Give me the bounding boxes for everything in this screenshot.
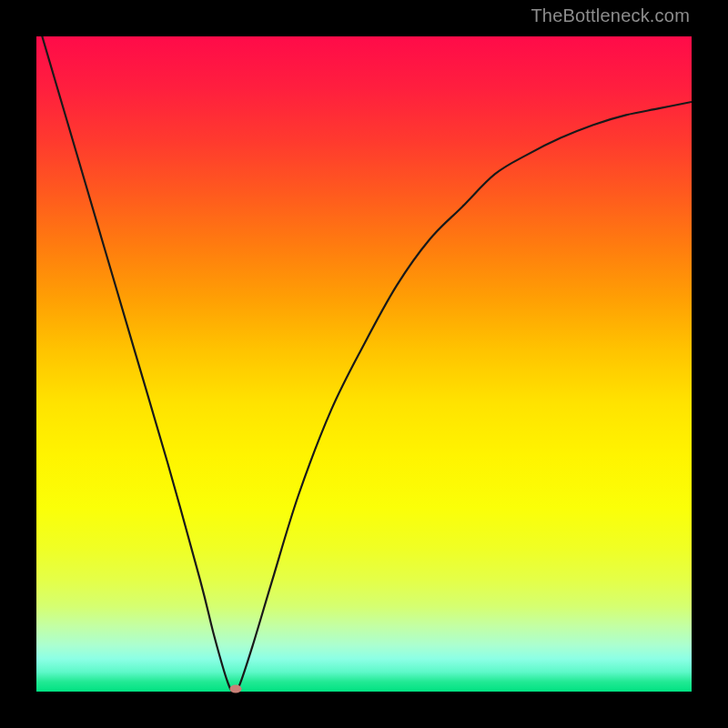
watermark-text: TheBottleneck.com [531, 5, 690, 26]
chart-frame: TheBottleneck.com [0, 0, 728, 728]
plot-area [36, 36, 692, 692]
